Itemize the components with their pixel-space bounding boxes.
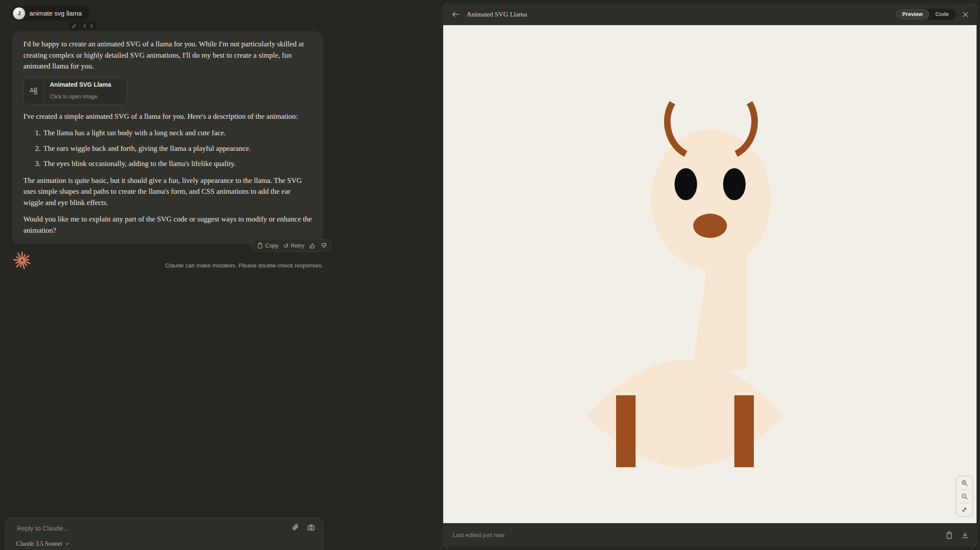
chevron-down-icon bbox=[65, 543, 69, 545]
list-item: The ears wiggle back and forth, giving t… bbox=[42, 143, 312, 154]
thumbs-up-icon bbox=[309, 243, 315, 249]
zoom-in-icon bbox=[961, 479, 968, 487]
artifact-card-icon-wrap bbox=[24, 78, 44, 104]
attach-button[interactable] bbox=[292, 524, 299, 531]
llama-nose bbox=[693, 214, 727, 238]
close-icon bbox=[962, 11, 969, 18]
expand-icon bbox=[961, 506, 968, 513]
zoom-in-button[interactable] bbox=[956, 476, 973, 489]
user-avatar[interactable]: J bbox=[13, 7, 25, 20]
llama-neck bbox=[691, 254, 747, 373]
previous-version-button[interactable] bbox=[83, 23, 87, 28]
assistant-paragraph: I've created a simple animated SVG of a … bbox=[23, 111, 312, 122]
message-actions-bar: Copy ↺ Retry bbox=[253, 239, 331, 252]
app-window: J animate svg llama I'd be happy to crea… bbox=[0, 0, 980, 550]
artifact-panel-header: Animated SVG Llama Preview Code bbox=[443, 3, 977, 25]
copy-artifact-button[interactable] bbox=[946, 531, 953, 539]
pencil-icon bbox=[71, 23, 76, 28]
claude-logo bbox=[12, 251, 32, 270]
user-message-toolbar bbox=[69, 22, 96, 30]
chevron-right-icon bbox=[90, 23, 94, 28]
clipboard-icon bbox=[257, 242, 263, 249]
list-item: The eyes blink occasionally, adding to t… bbox=[42, 158, 312, 169]
artifact-panel: Animated SVG Llama Preview Code bbox=[443, 3, 977, 547]
artifact-title: Animated SVG Llama bbox=[467, 10, 527, 18]
artifact-panel-footer: Last edited just now bbox=[443, 523, 977, 547]
clipboard-icon bbox=[946, 531, 953, 539]
back-button[interactable] bbox=[452, 11, 460, 17]
assistant-paragraph: I'd be happy to create an animated SVG o… bbox=[23, 39, 312, 72]
user-message-bubble: J animate svg llama bbox=[11, 6, 90, 21]
assistant-message: I'd be happy to create an animated SVG o… bbox=[12, 31, 323, 244]
zoom-controls bbox=[956, 476, 973, 517]
edit-message-button[interactable] bbox=[71, 23, 76, 28]
artifact-card-title: Animated SVG Llama bbox=[50, 79, 111, 91]
tab-code[interactable]: Code bbox=[929, 10, 955, 19]
llama-artwork bbox=[581, 101, 806, 469]
footer-icons bbox=[946, 531, 969, 539]
list-item: The llama has a light tan body with a lo… bbox=[42, 127, 312, 139]
arrow-left-icon bbox=[452, 11, 460, 17]
shapes-icon bbox=[29, 86, 39, 96]
composer-icons bbox=[292, 524, 315, 531]
camera-icon bbox=[307, 524, 315, 531]
disclaimer-text: Claude can make mistakes. Please double-… bbox=[165, 262, 323, 269]
zoom-out-button[interactable] bbox=[956, 490, 973, 503]
artifact-card[interactable]: Animated SVG Llama Click to open image bbox=[23, 78, 127, 104]
thumbs-down-button[interactable] bbox=[321, 243, 327, 249]
download-icon bbox=[961, 531, 969, 539]
fullscreen-button[interactable] bbox=[956, 503, 973, 516]
retry-icon: ↺ bbox=[283, 243, 289, 249]
copy-label: Copy bbox=[265, 242, 278, 249]
last-edited-status: Last edited just now bbox=[453, 532, 504, 538]
llama-eye-right bbox=[723, 168, 746, 200]
copy-button[interactable]: Copy bbox=[257, 242, 278, 249]
toolbar-divider bbox=[79, 23, 80, 28]
close-panel-button[interactable] bbox=[962, 11, 969, 18]
artifact-card-subtitle: Click to open image bbox=[50, 91, 111, 103]
zoom-out-icon bbox=[961, 493, 968, 500]
thumbs-down-icon bbox=[321, 243, 327, 249]
download-artifact-button[interactable] bbox=[961, 531, 969, 539]
retry-button[interactable]: ↺ Retry bbox=[283, 242, 304, 249]
llama-svg bbox=[581, 101, 806, 469]
tab-preview[interactable]: Preview bbox=[896, 9, 929, 20]
artifact-preview-area bbox=[443, 25, 977, 523]
model-name: Claude 3.5 Sonnet bbox=[16, 540, 62, 547]
paperclip-icon bbox=[292, 524, 299, 531]
starburst-icon bbox=[12, 251, 32, 270]
thumbs-up-button[interactable] bbox=[309, 243, 315, 249]
llama-leg-right bbox=[734, 395, 754, 467]
artifact-card-texts: Animated SVG Llama Click to open image bbox=[44, 78, 111, 104]
llama-head bbox=[651, 129, 771, 270]
model-selector[interactable]: Claude 3.5 Sonnet bbox=[16, 540, 69, 547]
retry-label: Retry bbox=[291, 242, 304, 249]
user-message-text: animate svg llama bbox=[29, 10, 82, 17]
assistant-paragraph: Would you like me to explain any part of… bbox=[23, 214, 312, 236]
reply-input[interactable] bbox=[16, 524, 260, 532]
llama-eye-left bbox=[675, 168, 697, 200]
composer: Claude 3.5 Sonnet bbox=[5, 517, 323, 550]
assistant-list: The llama has a light tan body with a lo… bbox=[23, 127, 312, 169]
chevron-left-icon bbox=[83, 23, 87, 28]
next-version-button[interactable] bbox=[90, 23, 94, 28]
preview-code-toggle: Preview Code bbox=[895, 9, 956, 20]
assistant-paragraph: The animation is quite basic, but it sho… bbox=[23, 175, 312, 208]
llama-leg-left bbox=[616, 395, 636, 467]
screenshot-button[interactable] bbox=[307, 524, 315, 531]
